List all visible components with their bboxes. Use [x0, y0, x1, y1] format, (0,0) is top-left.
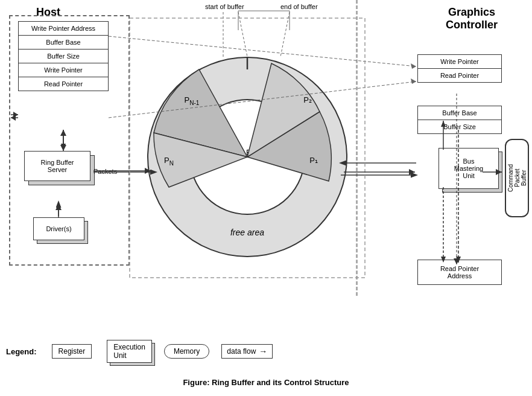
- svg-text:P₁: P₁: [309, 156, 318, 165]
- svg-marker-41: [60, 130, 66, 136]
- svg-marker-37: [441, 121, 446, 127]
- svg-marker-35: [441, 257, 446, 263]
- main-container: Host Write Pointer Address Buffer Base B…: [0, 0, 532, 396]
- main-diagram-svg: Ring Buffer free area P₁ P₂ PN-1 PN: [0, 0, 532, 308]
- svg-line-14: [280, 12, 290, 57]
- svg-line-13: [238, 12, 247, 57]
- legend-memory: Memory: [164, 344, 209, 359]
- legend-execution-unit: ExecutionUnit: [107, 340, 152, 363]
- svg-marker-24: [411, 63, 416, 69]
- figure-caption: Figure: Ring Buffer and its Control Stru…: [0, 378, 532, 387]
- legend: Legend: Register ExecutionUnit Memory da…: [6, 340, 273, 363]
- svg-marker-50: [496, 169, 502, 175]
- svg-marker-48: [55, 204, 62, 210]
- svg-text:free area: free area: [230, 228, 264, 237]
- arrow-icon: →: [259, 346, 267, 356]
- data-flow-label: data flow: [227, 347, 256, 356]
- svg-text:P₂: P₂: [303, 95, 312, 104]
- svg-marker-46: [409, 169, 415, 175]
- legend-label: Legend:: [6, 347, 37, 356]
- legend-register: Register: [52, 344, 92, 359]
- legend-dataflow: data flow →: [221, 344, 273, 359]
- svg-marker-26: [411, 78, 416, 84]
- svg-marker-40: [60, 145, 66, 151]
